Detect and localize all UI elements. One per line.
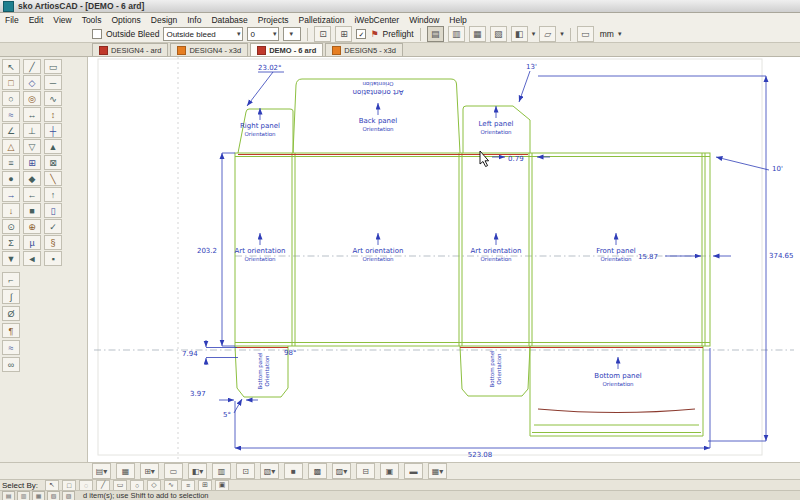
tool-button[interactable]: ◆ [23,171,41,186]
select-mode-button[interactable]: ≡ [181,480,195,491]
tool-button[interactable]: ⊕ [23,219,41,234]
select-mode-button[interactable]: ⊞ [198,480,212,491]
bottom-tool-button[interactable]: ⊡ [236,463,255,479]
tool-button[interactable]: Σ [2,235,20,250]
menu-item[interactable]: Options [106,15,145,25]
layers-icon[interactable]: ⊡ [314,26,331,42]
status-mini-button[interactable]: ▥ [17,491,30,500]
select-mode-button[interactable]: ○ [130,480,144,491]
tool-button[interactable]: ─ [44,75,62,90]
bottom-tool-button[interactable]: ▦▾ [428,463,447,479]
grid-icon[interactable]: ⊞ [335,26,352,42]
tool-button[interactable]: ╲ [44,171,62,186]
tool-button[interactable]: ■ [23,203,41,218]
bottom-tool-button[interactable]: ⊟ [356,463,375,479]
status-mini-button[interactable]: ▤ [2,491,15,500]
menu-item[interactable]: Edit [24,15,49,25]
bottom-tool-button[interactable]: ▭ [164,463,183,479]
tool-button[interactable]: ▼ [2,251,20,266]
tool-button[interactable]: ◇ [23,75,41,90]
bottom-tool-button[interactable]: ▦ [116,463,135,479]
bottom-tool-button[interactable]: ▧▾ [260,463,279,479]
mini-dropdown[interactable]: ▾ [283,27,301,41]
tool-button[interactable]: ╱ [23,59,41,74]
bleed-type-dropdown[interactable]: Outside bleed ▾ [163,27,243,41]
tool-button[interactable]: ↕ [44,107,62,122]
tool-button[interactable]: ← [23,187,41,202]
bottom-tool-button[interactable]: ■ [284,463,303,479]
tool-button[interactable]: □ [2,75,20,90]
menu-item[interactable]: Projects [253,15,294,25]
select-mode-button[interactable]: ▣ [215,480,229,491]
chevron-down-icon[interactable]: ▾ [618,30,622,38]
tool-button[interactable]: ◄ [23,251,41,266]
tool-button[interactable]: ∫ [2,289,20,304]
tool-button[interactable]: ⊥ [23,123,41,138]
document-tab[interactable]: DESIGN4 - ard [92,43,168,56]
tool-button[interactable]: ∿ [44,91,62,106]
tool-button[interactable]: ▲ [44,139,62,154]
library-icon[interactable]: ▱ [539,26,556,42]
tool-button[interactable]: ▭ [44,59,62,74]
bottom-tool-button[interactable]: ▥ [212,463,231,479]
select-mode-button[interactable]: ▭ [113,480,127,491]
tool-button[interactable]: ↔ [23,107,41,122]
sheet-view-1-icon[interactable]: ▤ [427,26,444,42]
tool-button[interactable]: ≡ [2,155,20,170]
preflight-checkbox[interactable]: ✓ [356,29,366,39]
outside-bleed-checkbox[interactable] [92,29,102,39]
tool-button[interactable]: ○ [2,91,20,106]
sheet-view-2-icon[interactable]: ▥ [448,26,465,42]
bottom-tool-button[interactable]: ▬ [404,463,423,479]
tool-button[interactable]: △ [2,139,20,154]
tool-button[interactable]: ⌐ [2,272,20,287]
title-bar[interactable]: sko ArtiosCAD - [DEMO - 6 ard] [0,0,800,13]
menu-item[interactable]: Palletization [294,15,350,25]
select-mode-button[interactable]: ↖ [45,480,59,491]
select-mode-button[interactable]: ╱ [96,480,110,491]
bottom-tool-button[interactable]: ▩ [308,463,327,479]
tool-button[interactable]: ¶ [2,323,20,338]
menu-item[interactable]: Database [206,15,252,25]
tool-button[interactable]: ↖ [2,59,20,74]
menu-item[interactable]: Tools [77,15,107,25]
chevron-down-icon[interactable]: ▾ [532,30,536,38]
menu-item[interactable]: iWebCenter [349,15,404,25]
chevron-down-icon[interactable]: ▾ [560,30,564,38]
tool-button[interactable]: ↓ [2,203,20,218]
sheet-view-3-icon[interactable]: ▦ [469,26,486,42]
document-tab[interactable]: DESIGN5 - x3d [325,43,403,56]
select-mode-button[interactable]: ∿ [164,480,178,491]
tool-button[interactable]: ≈ [2,107,20,122]
tool-button[interactable]: → [2,187,20,202]
color-palette-icon[interactable]: ◧ [511,26,528,42]
sheet-view-4-icon[interactable]: ▧ [490,26,507,42]
status-mini-button[interactable]: ▧ [47,491,60,500]
tool-button[interactable]: ≈ [2,340,20,355]
menu-item[interactable]: File [0,15,24,25]
tool-button[interactable]: Ø [2,306,20,321]
tool-button[interactable]: ▪ [44,251,62,266]
menu-item[interactable]: View [48,15,76,25]
document-tab[interactable]: DEMO - 6 ard [250,43,323,56]
status-mini-button[interactable]: ▦ [32,491,45,500]
tool-button[interactable]: ⊞ [23,155,41,170]
bottom-tool-button[interactable]: ⊞▾ [140,463,159,479]
tool-button[interactable]: ● [2,171,20,186]
bottom-tool-button[interactable]: ▨▾ [332,463,351,479]
drawing-canvas[interactable]: 203.2 374.65 523.08 15.87 0.79 23.02° 13… [88,57,800,462]
tool-button[interactable]: ⊠ [44,155,62,170]
menu-item[interactable]: Help [444,15,471,25]
menu-item[interactable]: Design [146,15,182,25]
tool-button[interactable]: ◎ [23,91,41,106]
bleed-amount-spinner[interactable]: 0 ▾ [247,27,279,41]
tool-button[interactable]: ∞ [2,357,20,372]
ruler-icon[interactable]: ▭ [577,26,594,42]
bottom-tool-button[interactable]: ◧▾ [188,463,207,479]
tool-button[interactable]: µ [23,235,41,250]
select-mode-button[interactable]: ◇ [147,480,161,491]
select-mode-button[interactable]: □ [62,480,76,491]
tool-button[interactable]: ▽ [23,139,41,154]
tool-button[interactable]: ✓ [44,219,62,234]
tool-button[interactable]: ▯ [44,203,62,218]
